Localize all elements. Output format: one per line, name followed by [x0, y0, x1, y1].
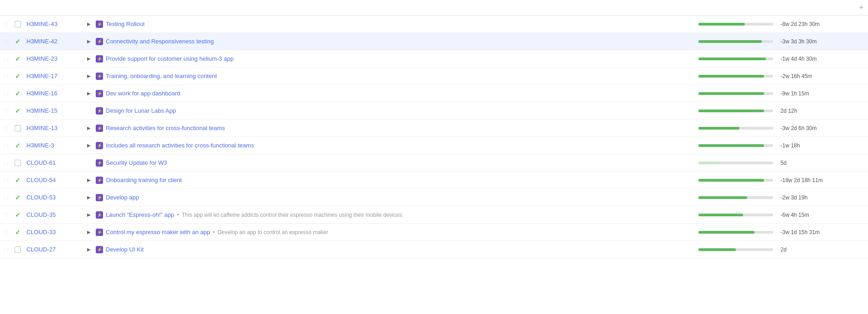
expand-cell: ▶: [84, 194, 94, 201]
checkbox[interactable]: [15, 21, 21, 27]
table-header: ＋: [0, 0, 868, 16]
key-cell: H3MINE-15: [25, 107, 84, 114]
progress-bar-fill: [698, 58, 766, 60]
drag-handle[interactable]: [0, 195, 11, 200]
expand-cell: ▶: [84, 211, 94, 218]
issue-key-link[interactable]: H3MINE-3: [26, 142, 54, 149]
checkbox[interactable]: [15, 246, 21, 253]
issue-key-link[interactable]: H3MINE-13: [26, 125, 57, 131]
add-column-button[interactable]: ＋: [854, 3, 868, 12]
summary-text[interactable]: Launch "Espress-oh!" app: [106, 211, 174, 218]
drag-handle[interactable]: [0, 143, 11, 148]
issue-key-link[interactable]: H3MINE-23: [26, 55, 57, 62]
function-time-cell: -3w 3d 3h 30m: [777, 38, 868, 45]
drag-handle[interactable]: [0, 108, 11, 113]
issue-key-link[interactable]: H3MINE-16: [26, 90, 57, 97]
expand-button[interactable]: ▶: [86, 229, 92, 236]
drag-handle[interactable]: [0, 91, 11, 96]
issue-key-link[interactable]: CLOUD-27: [26, 246, 56, 253]
progress-bar-background: [698, 58, 773, 60]
summary-description: This app will let caffeine addicts contr…: [182, 212, 403, 218]
progress-bar-background: [698, 162, 773, 164]
issue-key-link[interactable]: CLOUD-61: [26, 159, 56, 166]
progress-bar-background: [698, 23, 773, 26]
expand-button[interactable]: ▶: [86, 194, 92, 201]
drag-handle[interactable]: [0, 126, 11, 131]
expand-button[interactable]: ▶: [86, 177, 92, 183]
drag-handle[interactable]: [0, 39, 11, 44]
drag-handle[interactable]: [0, 247, 11, 252]
issue-key-link[interactable]: CLOUD-53: [26, 194, 56, 201]
progress-bar-fill: [698, 162, 721, 164]
drag-handle[interactable]: [0, 56, 11, 61]
expand-button[interactable]: ▶: [86, 246, 92, 253]
progress-bar-fill: [698, 40, 762, 43]
check-cell: [11, 21, 25, 27]
summary-text[interactable]: Control my espresso maker with an app: [106, 229, 210, 236]
key-cell: CLOUD-54: [25, 177, 84, 183]
expand-button[interactable]: ▶: [86, 55, 92, 62]
checkbox[interactable]: [15, 160, 21, 166]
function-time-cell: -9w 1h 15m: [777, 90, 868, 97]
checkmark-icon: ✓: [15, 73, 21, 80]
drag-handle[interactable]: [0, 178, 11, 183]
function-time-cell: -2w 3d 19h: [777, 194, 868, 201]
table-row: ✓H3MINE-42▶Connectivity and Responsivene…: [0, 33, 868, 50]
issue-key-link[interactable]: H3MINE-42: [26, 38, 57, 45]
progress-bar-fill: [698, 144, 764, 147]
expand-button[interactable]: ▶: [86, 21, 92, 27]
function-time-cell: 2d 12h: [777, 108, 868, 114]
summary-text[interactable]: Develop app: [106, 194, 139, 201]
issue-key-link[interactable]: H3MINE-15: [26, 107, 57, 114]
expand-button[interactable]: ▶: [86, 125, 92, 131]
summary-text[interactable]: Testing Rollout: [106, 21, 145, 27]
expand-cell: ▶: [84, 142, 94, 149]
summary-text[interactable]: Develop UI Kit: [106, 246, 144, 253]
checkbox[interactable]: [15, 125, 21, 131]
summary-text[interactable]: Design for Lunar Labs App: [106, 107, 176, 114]
rows-container: H3MINE-43▶Testing Rollout-8w 2d 23h 30m✓…: [0, 16, 868, 258]
expand-button[interactable]: ▶: [86, 38, 92, 45]
issue-key-link[interactable]: H3MINE-17: [26, 73, 57, 79]
drag-handle[interactable]: [0, 21, 11, 26]
drag-handle[interactable]: [0, 73, 11, 78]
check-cell: ✓: [11, 107, 25, 115]
drag-handle[interactable]: [0, 160, 11, 165]
function-time-cell: -3w 1d 15h 31m: [777, 229, 868, 236]
summary-text[interactable]: Connectivity and Responsiveness testing: [106, 38, 214, 45]
summary-text[interactable]: Research activities for cross-functional…: [106, 125, 225, 131]
summary-text[interactable]: Training, onboarding, and learning conte…: [106, 73, 217, 79]
drag-handle[interactable]: [0, 230, 11, 235]
progress-cell: [695, 58, 777, 60]
drag-handle[interactable]: [0, 212, 11, 217]
issue-key-link[interactable]: CLOUD-33: [26, 229, 56, 236]
expand-button[interactable]: ▶: [86, 73, 92, 79]
progress-bar-fill: [698, 231, 754, 234]
task-type-icon: [96, 246, 103, 253]
key-cell: H3MINE-3: [25, 142, 84, 149]
expand-button[interactable]: ▶: [86, 142, 92, 149]
issue-key-link[interactable]: H3MINE-43: [26, 21, 57, 27]
summary-cell: Includes all research activities for cro…: [94, 142, 695, 149]
expand-cell: ▶: [84, 177, 94, 183]
expand-button[interactable]: ▶: [86, 90, 92, 97]
task-type-icon: [96, 107, 103, 115]
key-cell: CLOUD-61: [25, 159, 84, 166]
expand-cell: ▶: [84, 246, 94, 253]
table-row: H3MINE-43▶Testing Rollout-8w 2d 23h 30m: [0, 16, 868, 33]
summary-text[interactable]: Onboarding training for client: [106, 177, 182, 183]
key-cell: H3MINE-42: [25, 38, 84, 45]
summary-cell: Connectivity and Responsiveness testing: [94, 38, 695, 45]
key-cell: CLOUD-27: [25, 246, 84, 253]
task-type-icon: [96, 159, 103, 167]
progress-bar-fill: [698, 214, 743, 216]
summary-text[interactable]: Dev work for app dashboard: [106, 90, 180, 97]
issue-key-link[interactable]: CLOUD-54: [26, 177, 56, 183]
summary-text[interactable]: Includes all research activities for cro…: [106, 142, 254, 149]
summary-text[interactable]: Security Update for W3: [106, 159, 167, 166]
issue-key-link[interactable]: CLOUD-35: [26, 211, 56, 218]
expand-cell: ▶: [84, 229, 94, 236]
expand-button[interactable]: ▶: [86, 211, 92, 218]
summary-text[interactable]: Provide support for customer using heliu…: [106, 55, 233, 62]
function-time-cell: 5d: [777, 160, 868, 166]
